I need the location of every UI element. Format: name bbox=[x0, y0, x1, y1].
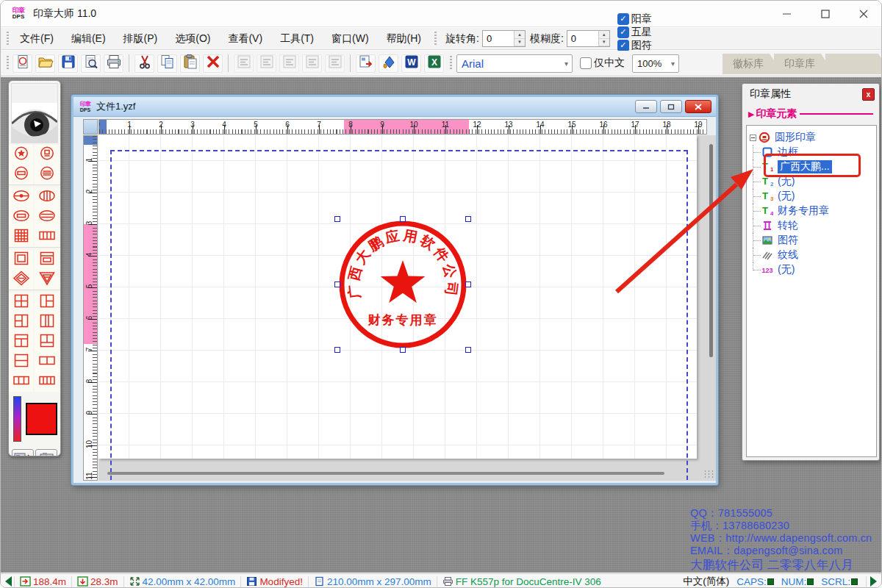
checkbox-阳章[interactable]: ✓阳章 bbox=[617, 12, 652, 26]
template-circle-star[interactable] bbox=[9, 145, 33, 165]
selection-handle[interactable] bbox=[465, 216, 471, 222]
print-preview-button[interactable] bbox=[80, 54, 101, 74]
only-chinese-box[interactable] bbox=[580, 57, 592, 69]
template-table-left-split[interactable] bbox=[9, 312, 33, 332]
toolbar-grip[interactable] bbox=[7, 56, 9, 71]
menu-item-排版(P)[interactable]: 排版(P) bbox=[115, 29, 167, 47]
rotate-down-icon[interactable]: ▼ bbox=[514, 39, 525, 47]
blur-up-icon[interactable]: ▲ bbox=[599, 31, 609, 39]
checked-icon[interactable]: ✓ bbox=[617, 26, 629, 38]
rotate-value[interactable]: 0 bbox=[483, 31, 514, 46]
document-restore-button[interactable] bbox=[660, 100, 682, 113]
tree-item-label[interactable]: 纹线 bbox=[778, 248, 798, 262]
template-grid-wide[interactable] bbox=[35, 227, 59, 247]
blur-down-icon[interactable]: ▼ bbox=[599, 39, 609, 47]
maximize-button[interactable] bbox=[806, 1, 845, 27]
cut-button[interactable] bbox=[134, 54, 155, 74]
menu-item-帮助(H)[interactable]: 帮助(H) bbox=[378, 29, 430, 47]
tree-item-财务专用章[interactable]: T4财务专用章 bbox=[747, 204, 876, 218]
save-file-button[interactable] bbox=[57, 54, 79, 74]
page[interactable]: 广西大鹏应用软件公司 财务专用章 bbox=[98, 135, 697, 459]
rotate-up-icon[interactable]: ▲ bbox=[514, 31, 525, 39]
delete-button[interactable] bbox=[202, 54, 223, 74]
export-image-button[interactable] bbox=[355, 54, 376, 74]
selection-handle[interactable] bbox=[465, 282, 471, 287]
status-prev-arrow-icon[interactable] bbox=[5, 576, 12, 587]
menu-grip[interactable] bbox=[7, 32, 9, 46]
blur-spin-buttons[interactable]: ▲▼ bbox=[598, 31, 609, 46]
current-color-swatch[interactable] bbox=[26, 403, 57, 435]
document-close-button[interactable] bbox=[685, 100, 711, 113]
template-table-right-split[interactable] bbox=[35, 293, 59, 312]
new-document-button[interactable] bbox=[12, 54, 33, 74]
template-strip-2[interactable] bbox=[35, 352, 59, 372]
tree-item-label[interactable]: (无) bbox=[778, 263, 795, 276]
selection-handle[interactable] bbox=[334, 282, 340, 287]
tree-item-纹线[interactable]: 纹线 bbox=[747, 248, 876, 262]
blur-spinner[interactable]: 0 ▲▼ bbox=[567, 30, 610, 47]
tree-item-label[interactable]: (无) bbox=[778, 190, 795, 203]
template-square-frame[interactable] bbox=[9, 250, 33, 270]
template-ellipse-rings[interactable] bbox=[35, 207, 59, 227]
tab-印章库[interactable]: 印章库 bbox=[774, 54, 834, 74]
template-strip-3[interactable] bbox=[9, 372, 33, 392]
properties-close-button[interactable]: x bbox=[862, 88, 875, 101]
tree-item-label[interactable]: 圆形印章 bbox=[775, 131, 816, 144]
template-circle-rings[interactable] bbox=[35, 165, 59, 184]
checkbox-图符[interactable]: ✓图符 bbox=[617, 39, 652, 52]
expand-collapse-icon[interactable] bbox=[750, 135, 756, 141]
menu-item-文件(F)[interactable]: 文件(F) bbox=[11, 29, 62, 47]
checked-icon[interactable]: ✓ bbox=[617, 13, 629, 25]
rotate-spinner[interactable]: 0 ▲▼ bbox=[482, 30, 526, 47]
font-grip[interactable] bbox=[450, 56, 452, 71]
tree-item-label[interactable]: 转轮 bbox=[778, 219, 798, 232]
zoom-select[interactable]: 100% ▾ bbox=[632, 54, 679, 73]
tree-item-圆形印章[interactable]: 圆形印章 bbox=[747, 130, 876, 145]
word-export-button[interactable]: W bbox=[401, 54, 422, 74]
template-diamond-frame[interactable] bbox=[9, 270, 33, 290]
canvas-vertical-scrollbar[interactable] bbox=[709, 144, 713, 357]
template-ellipse-knob[interactable] bbox=[9, 187, 33, 207]
template-table-top-split[interactable] bbox=[9, 332, 33, 352]
selection-handle[interactable] bbox=[400, 347, 406, 353]
selection-handle[interactable] bbox=[334, 347, 340, 353]
template-table-quad[interactable] bbox=[9, 293, 33, 312]
template-circle-bar[interactable] bbox=[9, 165, 33, 184]
selection-handle[interactable] bbox=[334, 216, 340, 222]
checkbox-五星[interactable]: ✓五星 bbox=[617, 26, 652, 39]
template-ellipse-mesh[interactable] bbox=[35, 187, 59, 207]
tree-item-(无)[interactable]: 123(无) bbox=[747, 262, 876, 277]
close-button[interactable] bbox=[845, 1, 882, 27]
tab-徽标库[interactable]: 徽标库 bbox=[723, 54, 783, 74]
stamp-scan-button[interactable] bbox=[12, 449, 34, 456]
color-gradient-bar[interactable] bbox=[13, 396, 21, 442]
seal-graphic[interactable]: 广西大鹏应用软件公司 财务专用章 bbox=[337, 219, 468, 350]
status-next-arrow-icon[interactable] bbox=[870, 576, 877, 587]
font-select[interactable]: Arial ▾ bbox=[456, 54, 573, 73]
tree-item-图符[interactable]: 图符 bbox=[747, 233, 876, 248]
checked-icon[interactable]: ✓ bbox=[617, 40, 629, 51]
template-square-header[interactable] bbox=[35, 250, 59, 270]
template-circle-badge[interactable] bbox=[35, 145, 59, 165]
minimize-button[interactable] bbox=[768, 1, 806, 27]
canvas[interactable]: 广西大鹏应用软件公司 财务专用章 bbox=[98, 135, 716, 481]
tree-item-(无)[interactable]: T3(无) bbox=[747, 189, 876, 204]
template-table-rows[interactable] bbox=[9, 352, 33, 372]
menu-item-选项(O)[interactable]: 选项(O) bbox=[166, 29, 219, 47]
print-button[interactable] bbox=[103, 54, 124, 74]
rotate-spin-buttons[interactable]: ▲▼ bbox=[514, 31, 525, 46]
template-ellipse-bar[interactable] bbox=[9, 207, 33, 227]
document-minimize-button[interactable] bbox=[635, 100, 657, 113]
menu-item-查看(V)[interactable]: 查看(V) bbox=[219, 29, 271, 47]
canvas-horizontal-scrollbar[interactable] bbox=[107, 472, 664, 475]
selection-handle[interactable] bbox=[400, 216, 406, 222]
paste-button[interactable] bbox=[179, 54, 201, 74]
photo-import-button[interactable] bbox=[35, 449, 57, 456]
menu-item-窗口(W)[interactable]: 窗口(W) bbox=[323, 29, 378, 47]
menu-item-编辑(E)[interactable]: 编辑(E) bbox=[62, 29, 115, 47]
template-table-columns[interactable] bbox=[35, 312, 59, 332]
template-triangle-frame[interactable] bbox=[35, 270, 59, 290]
resize-grip[interactable] bbox=[703, 470, 714, 478]
fill-color-button[interactable] bbox=[378, 54, 399, 74]
template-table-bottom-split[interactable] bbox=[35, 332, 59, 352]
